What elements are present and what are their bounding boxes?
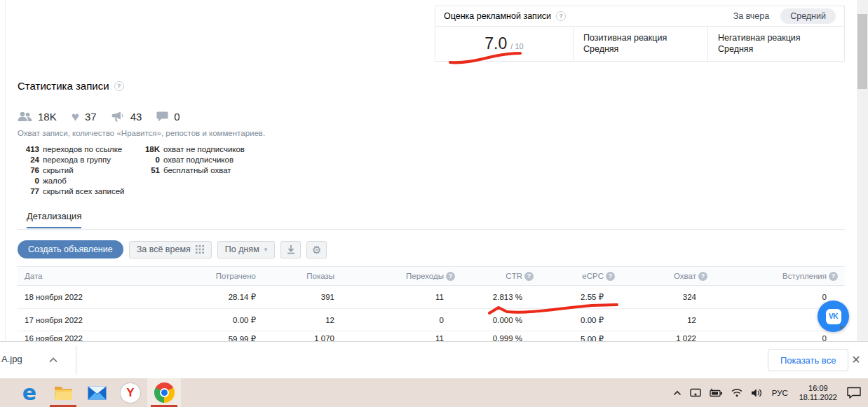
create-ad-button[interactable]: Создать объявление <box>18 240 123 258</box>
cell-ctr: 0.999 % <box>455 334 534 341</box>
taskbar-item-chrome[interactable] <box>147 378 181 407</box>
col-joins: Вступления? <box>707 272 845 281</box>
taskbar-clock[interactable]: 16:09 18.11.2022 <box>794 378 843 407</box>
tray-cast-icon[interactable] <box>686 378 705 407</box>
list-item: 0охват подписчиков <box>137 155 245 165</box>
tray-volume-icon[interactable] <box>747 378 766 407</box>
list-item: 76скрытий <box>18 165 124 176</box>
negative-reaction-cell: Негативная реакция Средняя <box>708 27 844 61</box>
rating-score-cell: 7.0 / 10 <box>435 27 574 61</box>
ad-rating-header: Оценка рекламной записи ? За вчера Средн… <box>435 6 844 27</box>
help-icon[interactable]: ? <box>524 272 534 281</box>
wifi-icon <box>731 388 742 397</box>
divider <box>76 345 76 375</box>
mail-icon <box>88 386 107 400</box>
cell-date: 16 ноября 2022 <box>18 334 172 341</box>
taskbar-item-explorer[interactable] <box>46 378 80 407</box>
stat-value: 0 <box>18 176 43 186</box>
downloaded-file-name[interactable]: A.jpg <box>1 354 22 364</box>
cell-ecpc: 5.00 ₽ <box>534 334 615 341</box>
taskbar-item-mail[interactable] <box>80 378 114 407</box>
cell-clicks: 0 <box>334 316 455 324</box>
rating-score-max: / 10 <box>510 42 523 50</box>
stat-label: скрытий всех записей <box>43 186 124 197</box>
stat-label: жалоб <box>43 176 67 186</box>
help-icon[interactable]: ? <box>114 81 124 91</box>
cell-impressions: 1 070 <box>256 334 334 341</box>
reach-count: 18K <box>38 111 57 123</box>
cell-ctr: 2.813 % <box>455 293 534 301</box>
chevron-up-icon <box>673 390 681 396</box>
chrome-icon <box>154 382 175 403</box>
reposts-count: 43 <box>130 111 142 123</box>
stat-value: 24 <box>18 155 43 165</box>
cell-impressions: 12 <box>256 316 334 324</box>
show-all-downloads-button[interactable]: Показать все <box>768 349 848 371</box>
period-toggle-yesterday[interactable]: За вчера <box>733 11 769 21</box>
taskbar-item-yandex[interactable]: Y <box>114 378 147 407</box>
download-icon <box>286 244 296 254</box>
help-icon[interactable]: ? <box>556 11 566 21</box>
table-row: 18 ноября 2022 28.14 ₽ 391 11 2.813 % 2.… <box>18 286 845 309</box>
cell-reach: 12 <box>615 316 707 324</box>
edge-icon: e <box>22 382 36 403</box>
tray-wifi-icon[interactable] <box>727 378 747 407</box>
ad-rating-body: 7.0 / 10 Позитивная реакция Средняя Нега… <box>435 27 844 61</box>
language-indicator[interactable]: РУС <box>766 378 794 407</box>
notification-icon <box>847 387 861 399</box>
col-clicks: Переходы? <box>334 272 455 281</box>
tab-bar: Детализация <box>18 211 845 230</box>
rating-score: 7.0 <box>484 34 507 53</box>
list-item: 51бесплатный охват <box>137 165 245 176</box>
col-reach: Охват? <box>615 272 707 281</box>
cell-reach: 1 022 <box>615 334 707 341</box>
cell-joins: 0 <box>707 334 845 341</box>
dropdown-arrow-icon[interactable]: ▼ <box>839 324 845 331</box>
tray-expand-button[interactable] <box>669 378 686 407</box>
stat-label: скрытий <box>43 165 74 176</box>
period-select-label: За всё время <box>137 244 191 254</box>
tray-battery-icon[interactable] <box>705 378 727 407</box>
stat-value: 77 <box>18 186 43 197</box>
stat-label: бесплатный охват <box>163 165 231 176</box>
grouping-select-button[interactable]: По дням ▾ <box>217 241 276 258</box>
folder-icon <box>54 385 73 401</box>
negative-reaction-title: Негативная реакция <box>718 32 834 43</box>
page: Оценка рекламной записи ? За вчера Средн… <box>0 0 868 407</box>
taskbar-item-edge[interactable]: e <box>13 378 46 407</box>
tab-detail[interactable]: Детализация <box>27 211 81 228</box>
mode-toggle-average[interactable]: Средний <box>780 8 836 24</box>
stats-table: Дата Потрачено Показы Переходы? CTR? eCP… <box>18 266 845 341</box>
stat-label: перехода в группу <box>43 155 111 165</box>
list-item: 413переходов по ссылке <box>18 144 124 155</box>
period-select-button[interactable]: За всё время <box>129 241 212 258</box>
metric-reposts: 43 <box>111 111 142 123</box>
table-row: 17 ноября 2022 0.00 ₽ 12 0 0.000 % 0.00 … <box>18 309 845 331</box>
action-center-button[interactable] <box>843 378 865 407</box>
export-button[interactable] <box>280 241 301 258</box>
scrollbar-track[interactable] <box>857 0 868 341</box>
cell-reach: 324 <box>615 293 707 301</box>
help-icon[interactable]: ? <box>698 272 707 281</box>
likes-count: 37 <box>85 111 97 123</box>
settings-button[interactable]: ⚙ <box>306 241 327 258</box>
help-icon[interactable]: ? <box>446 272 455 281</box>
grouping-select-label: По дням <box>225 244 259 254</box>
cell-spent: 0.00 ₽ <box>172 315 256 325</box>
metric-reach: 18K <box>18 111 57 123</box>
stats-details-right: 18Kохват не подписчиков 0охват подписчик… <box>137 144 245 176</box>
yandex-icon: Y <box>121 383 140 403</box>
negative-reaction-value: Средняя <box>718 43 834 55</box>
help-icon[interactable]: ? <box>606 272 615 281</box>
content-left-border <box>5 0 6 341</box>
col-label: eCPC <box>582 272 604 280</box>
list-item: 77скрытий всех записей <box>18 186 124 197</box>
stats-details-left: 413переходов по ссылке 24перехода в груп… <box>18 144 124 197</box>
col-ctr: CTR? <box>455 272 534 281</box>
scrollbar-thumb[interactable] <box>857 14 867 89</box>
help-icon[interactable]: ? <box>829 272 838 281</box>
battery-icon <box>710 388 723 397</box>
toolbar: Создать объявление За всё время По дням … <box>18 240 327 258</box>
close-download-bar-button[interactable]: ✕ <box>847 351 865 369</box>
download-options-button[interactable] <box>45 351 62 368</box>
